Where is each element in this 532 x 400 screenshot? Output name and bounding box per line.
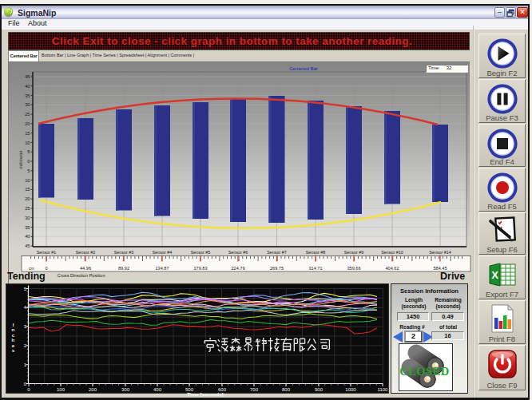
svg-text:300: 300 bbox=[121, 387, 130, 392]
svg-text:400: 400 bbox=[153, 387, 162, 392]
svg-text:CLOSED: CLOSED bbox=[399, 365, 450, 378]
svg-text:100: 100 bbox=[57, 387, 66, 392]
svg-text:800: 800 bbox=[282, 387, 291, 392]
svg-text:900: 900 bbox=[315, 387, 324, 392]
svg-text:s: s bbox=[12, 347, 15, 353]
svg-text:Time [seconds]: Time [seconds] bbox=[187, 391, 223, 397]
svg-text:1100: 1100 bbox=[378, 387, 389, 392]
svg-text:200: 200 bbox=[89, 387, 97, 392]
svg-text:700: 700 bbox=[250, 387, 259, 392]
svg-text:0: 0 bbox=[27, 387, 30, 392]
svg-text:1000: 1000 bbox=[345, 387, 356, 392]
